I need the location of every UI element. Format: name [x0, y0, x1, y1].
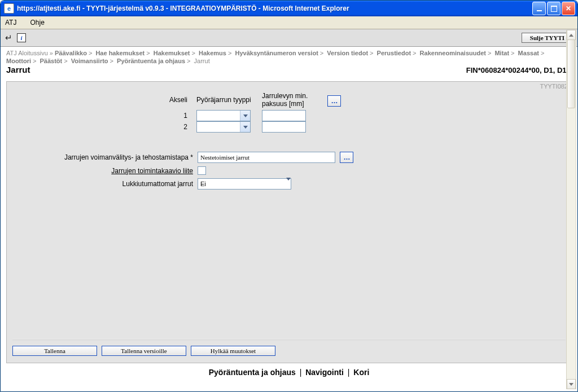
maximize-icon [551, 6, 557, 12]
vertical-scrollbar[interactable] [566, 30, 576, 389]
crumb-main[interactable]: Päävalikko [55, 50, 87, 56]
crumb-struct[interactable]: Rakenneominaisuudet [420, 50, 486, 56]
close-icon: ✕ [566, 5, 571, 12]
crumb-start[interactable]: ATJ Aloitussivu » [6, 50, 53, 56]
chevron-down-icon [240, 111, 250, 121]
action-buttons: Tallenna Tallenna versioille Hylkää muut… [12, 346, 275, 356]
ie-favicon-icon: e [4, 3, 14, 14]
chevron-down-icon [286, 180, 291, 187]
record-id: FIN*060824*00244*00, D1, D1A [466, 66, 572, 74]
scroll-thumb[interactable] [567, 39, 575, 108]
abs-value: Ei [198, 180, 286, 187]
crumb-transmission[interactable]: Voimansiirto [71, 58, 108, 64]
minimize-button[interactable] [532, 2, 546, 15]
col-more-header: … [327, 95, 347, 107]
menu-bar: ATJ Ohje [1, 16, 577, 29]
col-axle: Akseli [12, 96, 193, 106]
chevron-up-icon [569, 34, 573, 37]
crumb-app[interactable]: Hakemus [199, 50, 226, 56]
footer-prev[interactable]: Pyöräntuenta ja ohjaus [209, 368, 296, 377]
crumb-current: Jarrut [194, 58, 210, 64]
crumb-apps[interactable]: Hakemukset [154, 50, 190, 56]
page-header: Jarrut FIN*060824*00244*00, D1, D1A [1, 65, 577, 78]
scroll-down-button[interactable] [567, 379, 576, 389]
panel-divider [12, 339, 566, 340]
row-transmission: Jarrujen voimanvälitys- ja tehostamistap… [12, 152, 566, 163]
page-title: Jarrut [6, 65, 30, 74]
chevron-down-icon [240, 122, 250, 132]
back-arrow-icon[interactable]: ↵ [5, 33, 12, 43]
window-title: https://atjtesti.ake.fi - TYYTI-järjeste… [17, 5, 532, 12]
crumb-approval[interactable]: Hyväksyntänumeron versiot [235, 50, 318, 56]
menu-help[interactable]: Ohje [30, 19, 44, 27]
col-brake-type: Pyöräjarrun tyyppi [196, 96, 259, 106]
axle-row-1-type-select[interactable] [196, 110, 251, 121]
breadcrumb: ATJ Aloitussivu » Päävalikko> Hae hakemu… [1, 47, 577, 65]
discard-button[interactable]: Hylkää muutokset [191, 346, 275, 356]
close-button[interactable]: ✕ [562, 2, 575, 15]
menu-atj[interactable]: ATJ [5, 19, 16, 27]
scroll-up-button[interactable] [567, 30, 576, 40]
axle-row-2-num: 2 [12, 123, 193, 131]
axle-row-1-disc-input[interactable] [262, 110, 306, 121]
row-abs: Lukkiutumattomat jarrut Ei [12, 178, 566, 190]
minimize-icon [537, 10, 542, 11]
crumb-steering[interactable]: Pyöräntuenta ja ohjaus [117, 58, 185, 64]
axle-row-2-disc-input[interactable] [262, 121, 306, 133]
transmission-input[interactable] [198, 152, 335, 163]
crumb-basic[interactable]: Perustiedot [377, 50, 411, 56]
save-button[interactable]: Tallenna [12, 346, 97, 356]
window-buttons: ✕ [532, 2, 575, 15]
crumb-search[interactable]: Hae hakemukset [95, 50, 144, 56]
col-disc-min: Jarrulevyn min. paksuus [mm] [262, 92, 324, 110]
axle-table: Akseli Pyöräjarrun tyyppi Jarrulevyn min… [12, 92, 566, 133]
content-panel: TYYTI082 Akseli Pyöräjarrun tyyppi Jarru… [6, 81, 572, 363]
panel-code: TYYTI082 [540, 83, 568, 90]
info-icon[interactable]: i [17, 33, 26, 42]
transmission-label: Jarrujen voimanvälitys- ja tehostamistap… [12, 153, 198, 161]
save-versions-button[interactable]: Tallenna versioille [102, 346, 186, 356]
maximize-button[interactable] [547, 2, 561, 15]
more-header-button[interactable]: … [327, 95, 341, 107]
close-tyyti-button[interactable]: Sulje TYYTI [522, 33, 573, 43]
footer-links: Pyöräntuenta ja ohjaus | Navigointi | Ko… [1, 363, 577, 377]
crumb-version[interactable]: Version tiedot [327, 50, 368, 56]
app-window: e https://atjtesti.ake.fi - TYYTI-järjes… [0, 0, 578, 392]
abs-select[interactable]: Ei [198, 178, 291, 190]
chevron-down-icon [569, 383, 573, 386]
diagram-label[interactable]: Jarrujen toimintakaavio liite [12, 167, 198, 175]
diagram-checkbox[interactable] [198, 166, 206, 175]
row-diagram: Jarrujen toimintakaavio liite [12, 166, 566, 175]
toolbar: ↵ i Sulje TYYTI [1, 29, 577, 47]
axle-row-2-type-select[interactable] [196, 121, 251, 133]
crumb-emissions[interactable]: Päästöt [40, 58, 62, 64]
footer-nav[interactable]: Navigointi [305, 368, 344, 377]
crumb-dims[interactable]: Mitat [494, 50, 509, 56]
footer-cart[interactable]: Kori [353, 368, 369, 377]
crumb-masses[interactable]: Massat [518, 50, 539, 56]
abs-label: Lukkiutumattomat jarrut [12, 180, 198, 188]
transmission-more-button[interactable]: … [340, 152, 353, 163]
axle-row-1-num: 1 [12, 112, 193, 120]
title-bar: e https://atjtesti.ake.fi - TYYTI-järjes… [1, 1, 577, 16]
crumb-engine[interactable]: Moottori [6, 58, 31, 64]
